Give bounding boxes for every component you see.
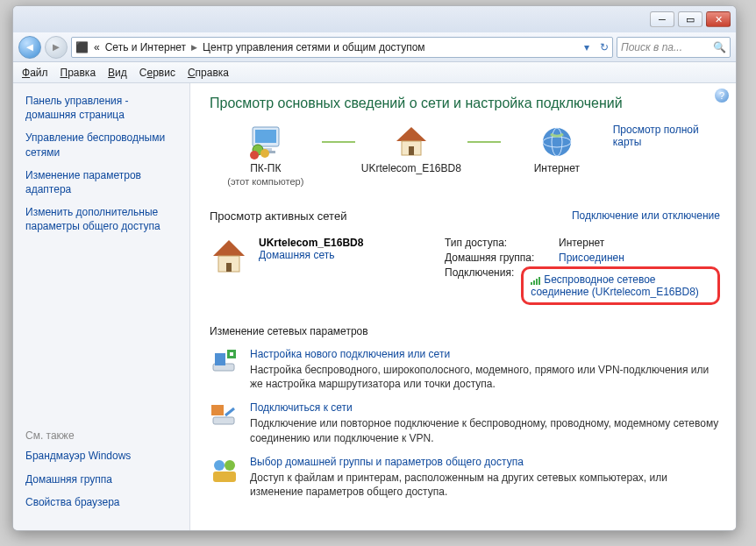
menu-tools[interactable]: Сервис (139, 67, 175, 79)
svg-rect-15 (226, 263, 232, 272)
wireless-connection-link[interactable]: Беспроводное сетевое соединение (UKrtele… (531, 273, 699, 298)
search-icon: 🔍 (713, 41, 726, 53)
connections-label: Подключения: (445, 266, 514, 279)
homegroup-value-link[interactable]: Присоединен (559, 252, 624, 264)
map-node-sublabel: (этот компьютер) (227, 176, 303, 187)
globe-icon (538, 124, 575, 160)
navigation-bar: ◄ ► ⬛ « Сеть и Интернет ▶ Центр управлен… (13, 32, 736, 62)
home-network-icon (210, 237, 248, 275)
sidebar-see-also-heading: См. также (25, 429, 181, 442)
option-homegroup-desc: Доступ к файлам и принтерам, расположенн… (250, 471, 720, 499)
option-new-connection-desc: Настройка беспроводного, широкополосного… (250, 363, 720, 391)
sidebar-link-homegroup[interactable]: Домашняя группа (25, 472, 181, 486)
svg-rect-9 (409, 146, 414, 155)
option-homegroup: Выбор домашней группы и параметров общег… (210, 456, 720, 499)
content-area: ? Просмотр основных сведений о сети и на… (190, 83, 736, 530)
option-connect-network-link[interactable]: Подключиться к сети (250, 401, 353, 414)
svg-rect-19 (230, 352, 233, 356)
svg-point-10 (543, 128, 571, 156)
svg-point-6 (250, 151, 259, 160)
connection-highlight: Беспроводное сетевое соединение (UKrtele… (521, 266, 720, 305)
map-connection-line (322, 141, 355, 143)
map-connection-line (467, 141, 501, 143)
network-type-link[interactable]: Домашняя сеть (259, 249, 334, 261)
svg-point-22 (214, 460, 225, 471)
svg-rect-24 (213, 472, 236, 482)
sidebar-link-firewall[interactable]: Брандмауэр Windows (25, 449, 181, 463)
sidebar-link-adapter[interactable]: Изменение параметров адаптера (25, 168, 181, 196)
option-connect-network-desc: Подключение или повторное подключение к … (250, 416, 720, 444)
map-node-this-pc[interactable]: ПК-ПК (этот компьютер) (210, 124, 322, 187)
computer-icon (247, 124, 284, 160)
search-placeholder: Поиск в па... (621, 41, 682, 53)
maximize-button[interactable]: ▭ (678, 11, 703, 27)
svg-rect-21 (211, 405, 224, 415)
svg-rect-17 (215, 353, 225, 365)
view-full-map-link[interactable]: Просмотр полной карты (613, 124, 720, 148)
active-network-block: UKrtelecom_E16BD8 Домашняя сеть Тип дост… (210, 237, 720, 308)
house-icon (393, 124, 430, 160)
menu-help[interactable]: Справка (188, 67, 229, 79)
map-node-label: Интернет (534, 162, 580, 174)
sidebar-link-wireless[interactable]: Управление беспроводными сетями (25, 131, 181, 159)
back-button[interactable]: ◄ (18, 36, 41, 59)
map-node-router[interactable]: UKrtelecom_E16BD8 (355, 124, 467, 174)
menu-file[interactable]: Файл (22, 67, 48, 79)
window-frame: ─ ▭ ✕ ◄ ► ⬛ « Сеть и Интернет ▶ Центр уп… (12, 5, 737, 531)
refresh-button[interactable]: ↻ (600, 41, 609, 53)
svg-marker-13 (213, 240, 245, 256)
option-connect-network: Подключиться к сети Подключение или повт… (210, 401, 720, 444)
change-settings-heading: Изменение сетевых параметров (210, 325, 720, 337)
active-networks-heading: Просмотр активных сетей (210, 209, 346, 223)
svg-rect-20 (213, 417, 234, 424)
titlebar: ─ ▭ ✕ (13, 6, 736, 32)
new-connection-icon (210, 348, 239, 378)
menu-view[interactable]: Вид (108, 67, 127, 79)
chevron-right-icon: ▶ (191, 43, 197, 52)
access-type-value: Интернет (559, 237, 604, 249)
address-bar[interactable]: ⬛ « Сеть и Интернет ▶ Центр управления с… (71, 37, 613, 58)
body: Панель управления - домашняя страница Уп… (13, 83, 736, 530)
sidebar-link-sharing[interactable]: Изменить дополнительные параметры общего… (25, 205, 181, 233)
map-node-label: ПК-ПК (250, 162, 281, 174)
sidebar: Панель управления - домашняя страница Уп… (13, 83, 190, 530)
close-button[interactable]: ✕ (706, 11, 731, 27)
svg-point-23 (225, 460, 235, 471)
search-input[interactable]: Поиск в па... 🔍 (617, 37, 731, 58)
homegroup-label: Домашняя группа: (445, 252, 552, 264)
svg-marker-7 (396, 127, 426, 141)
wifi-signal-icon (531, 276, 541, 285)
dropdown-history-button[interactable]: ▾ (579, 41, 595, 53)
connect-network-icon (210, 401, 239, 431)
network-name: UKrtelecom_E16BD8 (259, 237, 399, 249)
option-new-connection-link[interactable]: Настройка нового подключения или сети (250, 348, 450, 360)
menu-edit[interactable]: Правка (61, 67, 96, 79)
forward-button[interactable]: ► (45, 36, 68, 59)
minimize-button[interactable]: ─ (650, 11, 674, 27)
breadcrumb-segment[interactable]: « (94, 41, 100, 53)
page-title: Просмотр основных сведений о сети и наст… (210, 96, 720, 111)
network-map: ПК-ПК (этот компьютер) UKrtelecom_E16BD8… (210, 124, 720, 187)
connect-disconnect-link[interactable]: Подключение или отключение (572, 209, 720, 222)
sidebar-link-home[interactable]: Панель управления - домашняя страница (25, 94, 181, 122)
option-homegroup-link[interactable]: Выбор домашней группы и параметров общег… (250, 456, 524, 468)
map-node-label: UKrtelecom_E16BD8 (361, 162, 461, 174)
control-panel-icon: ⬛ (75, 41, 89, 53)
homegroup-icon (210, 456, 239, 486)
sidebar-link-browser[interactable]: Свойства браузера (25, 495, 181, 509)
help-icon[interactable]: ? (715, 89, 729, 103)
menu-bar: Файл Правка Вид Сервис Справка (13, 62, 736, 83)
svg-point-5 (260, 149, 269, 158)
access-type-label: Тип доступа: (445, 237, 552, 249)
breadcrumb-segment[interactable]: Центр управления сетями и общим доступом (203, 41, 425, 53)
svg-rect-1 (255, 130, 276, 143)
option-new-connection: Настройка нового подключения или сети На… (210, 348, 720, 391)
breadcrumb-segment[interactable]: Сеть и Интернет (105, 41, 186, 53)
map-node-internet[interactable]: Интернет (501, 124, 613, 174)
